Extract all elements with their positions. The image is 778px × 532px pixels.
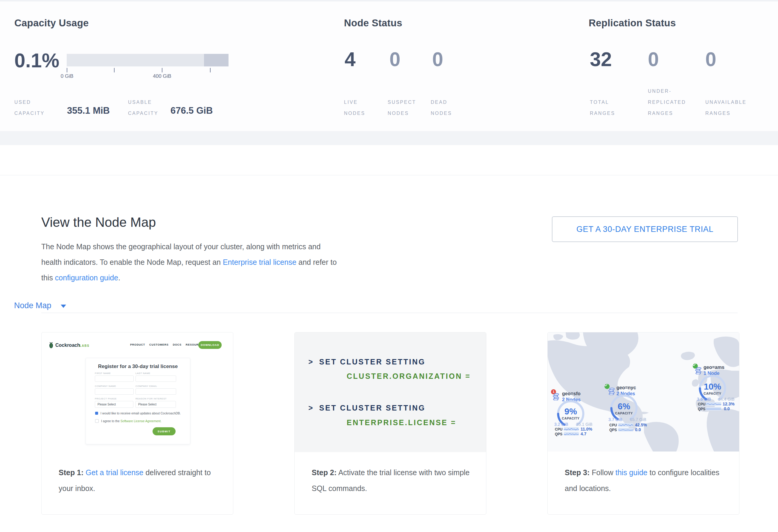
nodemap-dropdown-label[interactable]: Node Map [14, 301, 52, 310]
nodemap-dropdown-bar[interactable]: Node Map [0, 145, 778, 175]
step2-card: >SET CLUSTER SETTING CLUSTER.ORGANIZATIO… [294, 332, 486, 515]
page-title: View the Node Map [41, 215, 156, 230]
capacity-bar-other-segment [204, 54, 229, 66]
cpu-sparkline [564, 427, 579, 431]
qps-label: QPS [555, 432, 562, 436]
usable-capacity-label: USABLE CAPACITY [128, 97, 158, 119]
replication-status-title: Replication Status [589, 17, 676, 29]
mini-field-label: COMPANY NAME [95, 385, 116, 387]
mini-nav-item: PRODUCT [130, 343, 145, 346]
node-name: geo=sfo [562, 391, 580, 396]
mini-input [136, 376, 176, 382]
mini-input [95, 376, 134, 382]
mini-field-label: FIRST NAME [95, 372, 111, 375]
unavailable-ranges-label: UNAVAILABLE RANGES [705, 97, 747, 119]
step1-card: Cockroach LABS PRODUCT CUSTOMERS DOCS RE… [41, 332, 233, 515]
qps-value: 0.0 [724, 406, 729, 411]
qps-value: 4.7 [580, 432, 586, 436]
axis-tick-label: 400 GiB [144, 73, 180, 79]
enterprise-trial-license-link[interactable]: Enterprise trial license [223, 258, 296, 266]
step1-caption: Step 1: Get a trial license delivered st… [59, 465, 222, 497]
cpu-label: CPU [609, 423, 617, 427]
unavailable-ranges-value: 0 [705, 49, 716, 69]
step3-card: 1 geo=sfo 2 Nodes 9% CAPACITY 3.2 GiB 35… [547, 332, 740, 515]
suspect-nodes-label: SUSPECT NODES [388, 97, 416, 119]
section-gap [0, 131, 778, 145]
capacity-used: 3.7 GiB [608, 417, 622, 422]
cpu-value: 42.5% [635, 423, 647, 427]
mini-field-label: LAST NAME [136, 372, 150, 375]
capacity-label: CAPACITY [556, 416, 586, 420]
checked-checkbox-icon [95, 412, 98, 415]
get-trial-license-link[interactable]: Get a trial license [86, 468, 143, 477]
capacity-total: 65.7 GiB [630, 417, 646, 422]
cpu-label: CPU [555, 427, 562, 432]
mini-select: Please Select [95, 401, 134, 408]
node-name: geo=ams [704, 365, 724, 370]
mini-register-form: Register for a 30-day trial license FIRS… [86, 358, 190, 444]
capacity-percent: 6% [609, 401, 639, 411]
capacity-percent: 10% [698, 382, 727, 392]
capacity-used: 3.2 GiB [554, 422, 568, 427]
axis-tick-label: 0 GiB [49, 73, 85, 79]
mini-submit-button: SUBMIT [153, 427, 175, 435]
world-map: 1 geo=sfo 2 Nodes 9% CAPACITY 3.2 GiB 35… [548, 332, 739, 452]
node-name: geo=nyc [617, 385, 636, 390]
dead-nodes-value: 0 [432, 49, 443, 69]
stats-panel: Capacity Usage 0.1% 0 GiB 400 GiB USED C… [0, 0, 778, 133]
qps-label: QPS [698, 407, 705, 411]
usable-capacity-value: 676.5 GiB [170, 105, 213, 116]
axis-tick [162, 68, 162, 72]
configuration-guide-link[interactable]: configuration guide [55, 274, 118, 282]
capacity-total: 35.1 GiB [576, 422, 592, 427]
mini-brand-text: Cockroach [55, 343, 80, 348]
dead-nodes-label: DEAD NODES [431, 97, 452, 119]
capacity-total: 34.4 GiB [718, 397, 734, 401]
mini-download-button: DOWNLOAD [198, 341, 222, 349]
mini-field-label: COMPANY EMAIL [136, 385, 157, 387]
qps-value: 0.0 [635, 427, 641, 432]
total-ranges-value: 32 [590, 49, 612, 69]
mini-form-title: Register for a 30-day trial license [86, 364, 190, 370]
mini-nav-item: DOCS [173, 343, 181, 346]
mini-checkbox-row: I would like to receive email updates ab… [95, 411, 181, 415]
step2-caption: Step 2: Activate the trial license with … [312, 465, 475, 497]
under-replicated-ranges-label: UNDER- REPLICATED RANGES [648, 86, 686, 119]
capacity-usage-title: Capacity Usage [14, 17, 89, 29]
check-icon [605, 384, 608, 387]
cluster-overview-page: Capacity Usage 0.1% 0 GiB 400 GiB USED C… [0, 0, 778, 532]
cpu-value: 11.0% [580, 427, 592, 432]
cpu-label: CPU [698, 402, 705, 406]
mini-nav-item: CUSTOMERS [149, 343, 169, 346]
axis-tick [210, 68, 211, 72]
qps-label: QPS [609, 428, 617, 432]
capacity-label: CAPACITY [609, 411, 639, 415]
unchecked-checkbox-icon [95, 419, 99, 423]
qps-sparkline [618, 428, 633, 432]
suspect-nodes-value: 0 [389, 49, 400, 69]
mini-checkbox-row: I agree to the Software License Agreemen… [95, 419, 161, 423]
cpu-sparkline [706, 402, 721, 406]
capacity-percent: 0.1% [14, 51, 59, 70]
check-icon [693, 364, 696, 366]
axis-tick [114, 68, 114, 72]
total-ranges-label: TOTAL RANGES [590, 97, 615, 119]
under-replicated-ranges-value: 0 [648, 49, 659, 69]
intro-paragraph: The Node Map shows the geographical layo… [41, 239, 340, 286]
used-capacity-label: USED CAPACITY [14, 97, 45, 119]
this-guide-link[interactable]: this guide [616, 468, 647, 477]
cpu-value: 12.3% [723, 401, 734, 406]
mini-brand-labs: LABS [80, 344, 89, 348]
capacity-bar [67, 54, 229, 66]
axis-tick [67, 68, 67, 72]
node-status-title: Node Status [344, 17, 402, 29]
cpu-sparkline [618, 423, 633, 427]
mini-input [136, 388, 176, 395]
mini-field-label: REASON FOR INTEREST [136, 397, 167, 400]
qps-sparkline [706, 407, 721, 410]
qps-sparkline [564, 432, 579, 436]
chevron-down-icon[interactable] [61, 305, 66, 308]
enterprise-trial-button[interactable]: GET A 30-DAY ENTERPRISE TRIAL [552, 216, 738, 242]
cockroach-logo-icon [49, 342, 54, 349]
capacity-label: CAPACITY [698, 392, 727, 395]
